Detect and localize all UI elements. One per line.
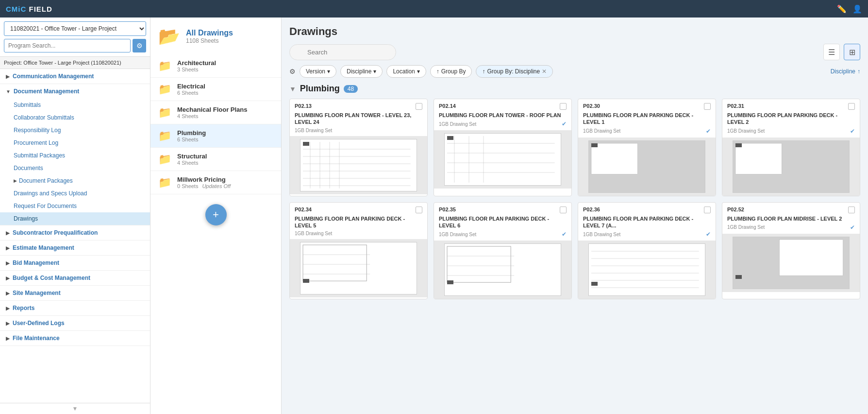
- drawing-checkbox[interactable]: [848, 103, 855, 110]
- verified-icon: ✔: [850, 224, 855, 231]
- remove-group-by-icon[interactable]: ✕: [542, 68, 547, 75]
- svg-rect-30: [447, 246, 511, 282]
- drawing-card-header: P02.30: [578, 99, 716, 112]
- drawing-thumbnail: [722, 234, 860, 292]
- drawings-grid: P02.13 PLUMBING FLOOR PLAN TOWER - LEVEL…: [289, 99, 860, 299]
- folder-millwork[interactable]: 📁 Millwork Pricing 0 Sheets Updates Off: [150, 171, 281, 194]
- sidebar-item-label: User-Defined Logs: [13, 320, 65, 327]
- drawings-specs-upload-item[interactable]: Drawings and Specs Upload: [0, 187, 150, 200]
- project-label: Project: Office Tower - Large Project (1…: [0, 57, 150, 69]
- sidebar-item-subcontractor[interactable]: ▶ Subcontractor Prequalification: [0, 225, 150, 240]
- sidebar-item-reports[interactable]: ▶ Reports: [0, 301, 150, 315]
- edit-icon[interactable]: ✏️: [837, 4, 847, 14]
- list-view-button[interactable]: ☰: [823, 44, 840, 60]
- request-for-documents-item[interactable]: Request For Documents: [0, 200, 150, 212]
- folder-architectural[interactable]: 📁 Architectural 3 Sheets: [150, 54, 281, 78]
- drawings-item[interactable]: Drawings: [0, 212, 150, 225]
- drawing-card[interactable]: P02.34 PLUMBING FLOOR PLAN PARKING DECK …: [289, 202, 428, 300]
- version-filter-button[interactable]: Version ▾: [300, 65, 336, 78]
- search-input[interactable]: [289, 44, 396, 60]
- arrow-icon: ▶: [6, 74, 10, 79]
- drawing-set: 1GB Drawing Set: [295, 231, 332, 236]
- svg-rect-44: [735, 275, 742, 279]
- drawing-card[interactable]: P02.52 PLUMBING FLOOR PLAN MIDRISE - LEV…: [722, 202, 860, 300]
- add-drawing-button[interactable]: +: [205, 204, 227, 225]
- user-icon[interactable]: 👤: [852, 4, 862, 14]
- search-row: ⚙: [4, 39, 146, 52]
- drawing-meta: 1GB Drawing Set ✔: [578, 230, 716, 241]
- svg-rect-34: [447, 280, 453, 284]
- sidebar-item-bid[interactable]: ▶ Bid Management: [0, 256, 150, 270]
- folder-icon: 📁: [158, 60, 171, 72]
- main-layout: 110820021 - Office Tower - Large Project…: [0, 17, 868, 414]
- all-drawings-header[interactable]: 📂 All Drawings 1108 Sheets: [150, 21, 281, 54]
- sidebar-item-file-maintenance[interactable]: ▶ File Maintenance: [0, 331, 150, 345]
- drawing-card-header: P02.35: [434, 203, 571, 215]
- procurement-log-item[interactable]: Procurement Log: [0, 137, 150, 149]
- collaborator-submittals-item[interactable]: Collaborator Submittals: [0, 111, 150, 124]
- arrow-icon: ▶: [6, 276, 10, 281]
- verified-icon: ✔: [706, 231, 711, 238]
- drawing-card[interactable]: P02.31 PLUMBING FLOOR PLAN PARKING DECK …: [722, 99, 860, 196]
- collapse-group-icon[interactable]: ▼: [289, 85, 296, 93]
- drawing-meta: 1GB Drawing Set ✔: [722, 127, 860, 138]
- verified-icon: ✔: [562, 121, 567, 127]
- sidebar-item-label: Bid Management: [13, 259, 59, 266]
- discipline-sort-button[interactable]: Discipline ↑: [831, 68, 860, 75]
- group-by-button[interactable]: ↑ Group By: [430, 65, 472, 78]
- drawing-checkbox[interactable]: [560, 207, 567, 213]
- drawing-meta: 1GB Drawing Set: [290, 127, 427, 136]
- document-packages-item[interactable]: ▶ Document Packages: [0, 174, 150, 187]
- folder-plumbing[interactable]: 📁 Plumbing 6 Sheets: [150, 124, 281, 148]
- folder-icon: 📁: [158, 153, 171, 166]
- folder-structural[interactable]: 📁 Structural 4 Sheets: [150, 148, 281, 171]
- drawing-card[interactable]: P02.30 PLUMBING FLOOR PLAN PARKING DECK …: [578, 99, 716, 196]
- drawing-card[interactable]: P02.35 PLUMBING FLOOR PLAN PARKING DECK …: [434, 202, 572, 300]
- drawing-checkbox[interactable]: [416, 207, 422, 213]
- drawing-checkbox[interactable]: [704, 207, 711, 213]
- drawing-card[interactable]: P02.36 PLUMBING FLOOR PLAN PARKING DECK …: [578, 202, 716, 300]
- drawing-checkbox[interactable]: [416, 103, 422, 110]
- sidebar-item-label: Subcontractor Prequalification: [13, 229, 98, 236]
- settings-button[interactable]: ⚙: [133, 39, 146, 52]
- drawing-code: P02.14: [439, 103, 456, 109]
- sidebar-item-document[interactable]: ▼ Document Management: [0, 84, 150, 99]
- sidebar-item-communication[interactable]: ▶ Communication Management: [0, 69, 150, 84]
- sidebar-item-budget[interactable]: ▶ Budget & Cost Management: [0, 271, 150, 285]
- submittal-packages-item[interactable]: Submittal Packages: [0, 149, 150, 162]
- drawing-card[interactable]: P02.14 PLUMBING FLOOR PLAN TOWER - ROOF …: [434, 99, 572, 196]
- folder-electrical[interactable]: 📁 Electrical 6 Sheets: [150, 78, 281, 101]
- drawing-name: PLUMBING FLOOR PLAN TOWER - LEVEL 23, LE…: [290, 112, 427, 127]
- project-dropdown[interactable]: 110820021 - Office Tower - Large Project: [4, 21, 146, 36]
- all-drawings-count: 1108 Sheets: [186, 37, 233, 44]
- drawing-checkbox[interactable]: [560, 103, 567, 110]
- documents-item[interactable]: Documents: [0, 162, 150, 174]
- folder-icon: 📁: [158, 176, 171, 189]
- drawing-code: P02.52: [727, 207, 744, 212]
- drawing-checkbox[interactable]: [848, 207, 855, 213]
- sidebar-item-site[interactable]: ▶ Site Management: [0, 286, 150, 300]
- search-wrap: 🔍: [289, 44, 819, 60]
- drawing-set: 1GB Drawing Set: [583, 232, 620, 237]
- discipline-filter-button[interactable]: Discipline ▾: [340, 65, 383, 78]
- responsibility-log-item[interactable]: Responsibility Log: [0, 124, 150, 137]
- sidebar-item-estimate[interactable]: ▶ Estimate Management: [0, 241, 150, 255]
- search-bar-row: 🔍 ☰ ⊞: [289, 44, 860, 60]
- folder-name: Plumbing: [177, 129, 206, 137]
- location-filter-button[interactable]: Location ▾: [386, 65, 426, 78]
- chevron-down-icon: ▾: [327, 68, 330, 75]
- grid-view-button[interactable]: ⊞: [844, 44, 860, 60]
- folder-mechanical[interactable]: 📁 Mechanical Floor Plans 4 Sheets: [150, 101, 281, 124]
- sidebar-item-user-logs[interactable]: ▶ User-Defined Logs: [0, 316, 150, 330]
- arrow-icon: ▶: [14, 178, 17, 183]
- drawing-checkbox[interactable]: [704, 103, 711, 110]
- drawing-card[interactable]: P02.13 PLUMBING FLOOR PLAN TOWER - LEVEL…: [289, 99, 428, 196]
- arrow-icon: ▶: [6, 321, 10, 326]
- nav-section-reports: ▶ Reports: [0, 301, 150, 316]
- app-logo: CMiC FIELD: [6, 5, 52, 13]
- drawing-meta: 1GB Drawing Set ✔: [578, 127, 716, 138]
- submittals-item[interactable]: Submittals: [0, 99, 150, 111]
- drawing-meta: 1GB Drawing Set: [290, 230, 427, 239]
- program-search-input[interactable]: [4, 39, 131, 52]
- verified-icon: ✔: [706, 128, 711, 135]
